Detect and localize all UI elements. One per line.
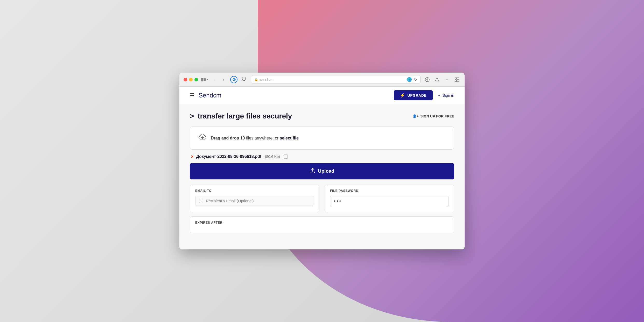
- title-arrow: >: [190, 112, 194, 120]
- dropzone[interactable]: Drag and drop 10 files anywhere, or sele…: [190, 127, 454, 150]
- upload-icon: [310, 168, 316, 175]
- translate-icon[interactable]: 🌐: [407, 77, 412, 82]
- svg-rect-5: [436, 80, 439, 81]
- back-button[interactable]: ‹: [211, 76, 218, 83]
- brand-logo[interactable]: Sendcm: [199, 92, 221, 99]
- form-row: EMAIL TO FILE PASSWORD: [190, 185, 454, 212]
- svg-rect-9: [457, 80, 459, 82]
- expires-label: EXPIRES AFTER: [195, 221, 449, 225]
- svg-rect-6: [455, 78, 457, 79]
- browser-window: ▾ ‹ › ⊘ 🛡 🔒 send.cm 🌐 ↻: [179, 73, 465, 249]
- file-size: (50.6 Kb): [265, 155, 280, 159]
- signup-label: SIGN UP FOR FREE: [420, 114, 454, 118]
- maximize-button[interactable]: [194, 78, 198, 81]
- title-text: transfer large files securely: [198, 112, 292, 120]
- password-input[interactable]: [330, 196, 449, 207]
- brand-bold: Send: [199, 92, 213, 99]
- page-content: ☰ Sendcm ⚡ UPGRADE → Sign in: [179, 87, 465, 249]
- download-icon[interactable]: [424, 76, 431, 83]
- brand-light: cm: [213, 92, 221, 99]
- page-header: > transfer large files securely 👤+ SIGN …: [190, 112, 454, 120]
- email-label: EMAIL TO: [195, 189, 314, 193]
- forward-button[interactable]: ›: [220, 76, 227, 83]
- signin-label: Sign in: [442, 93, 454, 97]
- new-tab-icon[interactable]: +: [443, 76, 451, 83]
- lock-icon: 🔒: [254, 78, 258, 81]
- password-section: FILE PASSWORD: [325, 185, 454, 212]
- page-title: > transfer large files securely: [190, 112, 292, 120]
- browser-chrome: ▾ ‹ › ⊘ 🛡 🔒 send.cm 🌐 ↻: [179, 73, 465, 87]
- email-checkbox[interactable]: [199, 199, 203, 203]
- file-checkbox[interactable]: [284, 155, 288, 159]
- select-file-link[interactable]: select file: [280, 136, 299, 140]
- upload-label: Upload: [318, 169, 334, 174]
- email-section: EMAIL TO: [190, 185, 319, 212]
- email-input-wrapper: [195, 196, 314, 206]
- svg-rect-3: [204, 80, 206, 81]
- expires-section: EXPIRES AFTER: [190, 216, 454, 233]
- tab-grid-icon[interactable]: [453, 76, 460, 83]
- signin-icon: →: [437, 93, 441, 97]
- url-bar-container: 🔒 send.cm 🌐 ↻: [251, 75, 421, 84]
- dropzone-text: Drag and drop 10 files anywhere, or sele…: [211, 136, 299, 141]
- close-button[interactable]: [184, 78, 187, 81]
- sidebar-toggle-button[interactable]: ▾: [201, 76, 208, 83]
- file-name: Документ-2022-08-26-095618.pdf: [196, 154, 262, 159]
- file-remove-button[interactable]: ×: [191, 154, 194, 159]
- main-content: > transfer large files securely 👤+ SIGN …: [179, 104, 465, 249]
- svg-rect-2: [204, 79, 206, 80]
- svg-rect-0: [201, 78, 203, 81]
- email-input[interactable]: [206, 199, 310, 203]
- upgrade-icon: ⚡: [400, 93, 405, 98]
- upload-cloud-icon: [198, 132, 207, 144]
- upgrade-button[interactable]: ⚡ UPGRADE: [394, 90, 433, 100]
- upload-button[interactable]: Upload: [190, 163, 454, 179]
- ad-block-icon[interactable]: ⊘: [230, 76, 237, 83]
- signin-button[interactable]: → Sign in: [437, 93, 454, 97]
- site-navbar: ☰ Sendcm ⚡ UPGRADE → Sign in: [179, 87, 465, 104]
- traffic-lights: [184, 78, 198, 81]
- signup-free-button[interactable]: 👤+ SIGN UP FOR FREE: [412, 114, 454, 118]
- nav-right: ⚡ UPGRADE → Sign in: [394, 90, 454, 100]
- refresh-icon[interactable]: ↻: [414, 78, 417, 82]
- url-bar[interactable]: 🔒 send.cm 🌐 ↻: [251, 75, 421, 84]
- svg-rect-7: [457, 78, 459, 79]
- browser-right-controls: +: [424, 76, 460, 83]
- minimize-button[interactable]: [189, 78, 193, 81]
- file-item: × Документ-2022-08-26-095618.pdf (50.6 K…: [190, 154, 454, 159]
- svg-rect-8: [455, 80, 457, 82]
- signup-icon: 👤+: [412, 114, 419, 118]
- upgrade-label: UPGRADE: [408, 93, 427, 97]
- password-label: FILE PASSWORD: [330, 189, 449, 193]
- nav-left: ☰ Sendcm: [190, 92, 221, 99]
- url-text: send.cm: [260, 78, 274, 82]
- shield-icon[interactable]: 🛡: [241, 76, 248, 83]
- svg-rect-1: [204, 78, 206, 79]
- browser-left-controls: ▾ ‹ ›: [201, 76, 227, 83]
- hamburger-menu-icon[interactable]: ☰: [190, 92, 194, 99]
- share-icon[interactable]: [433, 76, 441, 83]
